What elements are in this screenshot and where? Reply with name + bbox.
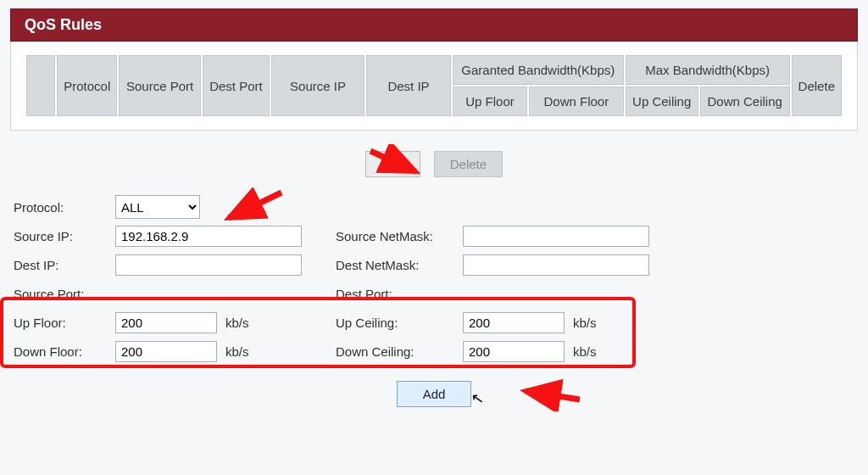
down-ceiling-label: Down Ceiling:	[336, 344, 463, 359]
up-ceiling-label: Up Ceiling:	[336, 316, 463, 330]
dest-port-label: Dest Port:	[336, 287, 463, 301]
col-delete: Delete	[792, 55, 842, 116]
down-floor-label: Down Floor:	[14, 344, 115, 359]
arrow-annotation-icon	[519, 377, 587, 411]
col-down-floor: Down Floor	[529, 87, 624, 116]
unit-label: kb/s	[225, 316, 249, 330]
dest-ip-input[interactable]	[115, 254, 302, 276]
form-area: Protocol: ALL Source IP: Source NetMask:	[10, 193, 858, 366]
source-ip-label: Source IP:	[14, 229, 115, 243]
add-button[interactable]: Add	[365, 151, 420, 177]
dest-netmask-input[interactable]	[463, 254, 649, 276]
col-dest-ip: Dest IP	[366, 55, 451, 116]
unit-label: kb/s	[573, 344, 597, 359]
col-up-ceiling: Up Ceiling	[626, 87, 698, 116]
dest-netmask-label: Dest NetMask:	[336, 258, 463, 272]
col-dest-port: Dest Port	[203, 55, 270, 116]
source-netmask-label: Source NetMask:	[336, 229, 463, 243]
unit-label: kb/s	[225, 344, 249, 359]
dest-ip-label: Dest IP:	[14, 258, 115, 272]
submit-row: Add ↖	[10, 381, 858, 407]
panel-title: QoS Rules	[10, 8, 858, 42]
action-row: Add Delete	[10, 151, 858, 177]
col-garanted: Garanted Bandwidth(Kbps)	[453, 55, 624, 85]
col-source-ip: Source IP	[271, 55, 364, 116]
col-select	[26, 55, 55, 116]
source-port-label: Source Port:	[14, 287, 115, 301]
up-floor-input[interactable]	[115, 312, 217, 333]
page: QoS Rules Protocol Source Port Dest Port…	[0, 0, 868, 475]
col-max: Max Bandwidth(Kbps)	[626, 55, 790, 85]
add-submit-button[interactable]: Add	[397, 381, 472, 407]
col-up-floor: Up Floor	[453, 87, 527, 116]
up-ceiling-input[interactable]	[463, 312, 565, 333]
source-netmask-input[interactable]	[463, 226, 649, 247]
col-protocol: Protocol	[57, 55, 117, 116]
col-source-port: Source Port	[119, 55, 200, 116]
protocol-label: Protocol:	[14, 200, 115, 215]
down-ceiling-input[interactable]	[463, 341, 565, 362]
source-ip-input[interactable]	[115, 226, 302, 247]
rules-table-panel: Protocol Source Port Dest Port Source IP…	[10, 42, 858, 131]
col-down-ceiling: Down Ceiling	[700, 87, 790, 116]
rules-table: Protocol Source Port Dest Port Source IP…	[25, 53, 843, 118]
up-floor-label: Up Floor:	[14, 316, 115, 330]
cursor-icon: ↖	[470, 388, 486, 409]
unit-label: kb/s	[573, 316, 597, 330]
delete-button[interactable]: Delete	[434, 151, 503, 177]
svg-line-2	[526, 391, 580, 400]
protocol-select[interactable]: ALL	[115, 195, 200, 219]
down-floor-input[interactable]	[115, 341, 217, 362]
